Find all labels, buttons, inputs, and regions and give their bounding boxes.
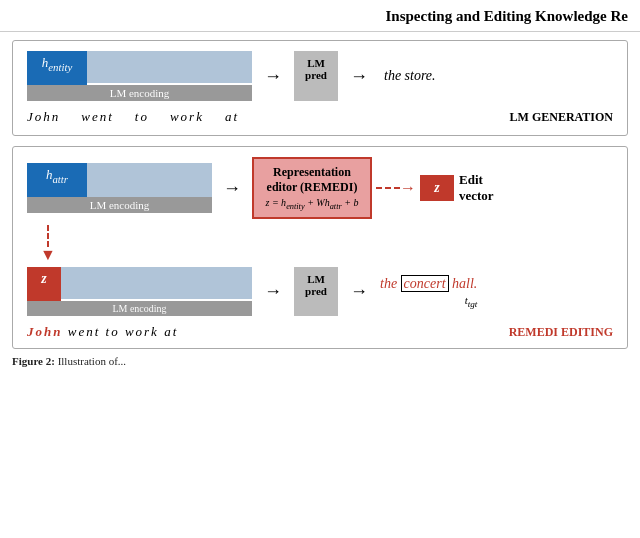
edit-vector-label: Editvector: [459, 172, 494, 203]
arrow-to-output-bottom: →: [350, 281, 368, 302]
page-title: Inspecting and Editing Knowledge Re: [0, 0, 640, 32]
lm-encoding-label-attr: LM encoding: [27, 197, 212, 213]
arrow-to-lm-pred-bottom: →: [264, 281, 282, 302]
concert-word: concert: [401, 275, 449, 292]
lm-generation-label: LM GENERATION: [510, 110, 613, 125]
arrow-to-repr-editor: →: [223, 178, 241, 199]
arrow-to-output-top: →: [350, 66, 368, 87]
attr-box: hattr: [27, 163, 87, 197]
bottom-blue-bars: [61, 267, 252, 299]
output-suffix: hall.: [449, 276, 478, 291]
repr-editor-box: Representationeditor (REMEDI) z = hentit…: [252, 157, 372, 219]
sentence-rest: went to work at: [62, 324, 178, 339]
edit-vector-group: z Editvector: [420, 172, 494, 203]
lm-generation-panel: hentity LM encoding → LMpred → the store…: [12, 40, 628, 136]
lm-encoding-label-bottom: LM encoding: [27, 301, 252, 316]
output-text-top: the store.: [384, 68, 436, 84]
lm-wide-blue: [87, 51, 252, 83]
output-prefix: the: [380, 276, 401, 291]
repr-editor-formula: z = hentity + Whattr + b: [264, 197, 360, 211]
lm-encoding-label-top: LM encoding: [27, 85, 252, 101]
z-box-bottom: z: [27, 267, 61, 301]
output-text-bottom: the concert hall.: [380, 274, 477, 292]
arrow-to-lm-pred: →: [264, 66, 282, 87]
remedi-label: REMEDI EDITING: [509, 325, 613, 340]
repr-editor-title: Representationeditor (REMEDI): [264, 165, 360, 195]
z-box-top: z: [420, 175, 454, 201]
ttgt-label: ttgt: [380, 294, 477, 309]
sentence-bottom: John went to work at: [27, 324, 178, 340]
lm-pred-box-bottom: LMpred: [294, 267, 338, 316]
john-text: John: [27, 324, 62, 339]
attr-blue-bar: [87, 163, 212, 197]
sentence-top: John went to work at: [27, 109, 239, 125]
lm-pred-box-top: LMpred: [294, 51, 338, 101]
entity-subscript: entity: [48, 61, 72, 73]
remedi-editing-panel: hattr LM encoding → Representationeditor…: [12, 146, 628, 349]
entity-box: hentity: [27, 51, 87, 85]
attr-subscript: attr: [52, 173, 68, 185]
figure-caption: Figure 2: Illustration of...: [12, 355, 628, 367]
